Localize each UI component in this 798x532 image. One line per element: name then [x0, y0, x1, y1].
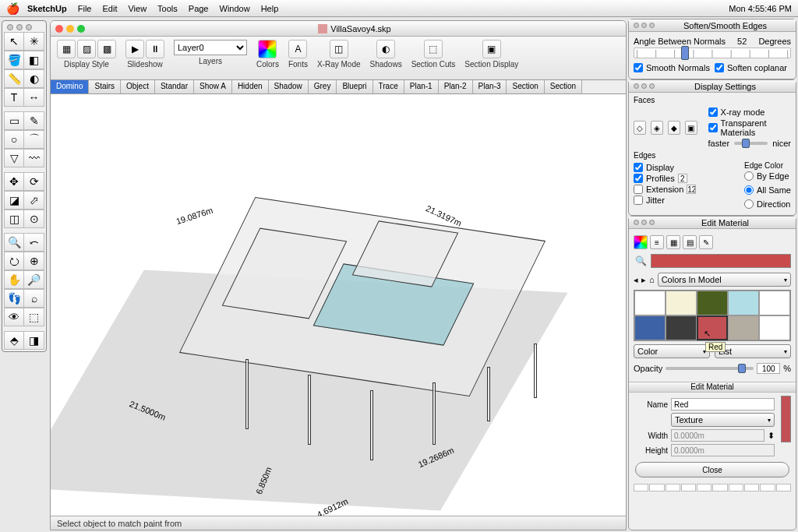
menu-edit[interactable]: Edit — [102, 4, 117, 13]
rotate-tool[interactable]: ⟳ — [24, 172, 44, 191]
color-palette-icon[interactable]: ▦ — [666, 235, 680, 249]
scene-tab-standar[interactable]: Standar — [155, 80, 194, 93]
scene-tab-hidden[interactable]: Hidden — [232, 80, 269, 93]
scene-tab-grey[interactable]: Grey — [309, 80, 337, 93]
color-swatch[interactable]: Red↖ — [697, 315, 728, 340]
scene-tab-shadow[interactable]: Shadow — [269, 80, 309, 93]
by-edge-radio[interactable] — [744, 171, 754, 181]
face-style-1-icon[interactable]: ◇ — [634, 121, 646, 135]
color-swatch[interactable] — [634, 315, 666, 340]
xray-checkbox[interactable] — [708, 107, 718, 117]
scene-tab-domino[interactable]: Domino — [51, 80, 89, 93]
paint-tool[interactable]: 🪣 — [4, 51, 24, 69]
menu-file[interactable]: File — [78, 4, 92, 13]
link-icon[interactable]: ⬍ — [768, 431, 775, 441]
scene-tab-show a[interactable]: Show A — [194, 80, 232, 93]
color-swatch[interactable] — [759, 315, 790, 340]
profiles-checkbox[interactable] — [634, 174, 643, 183]
mode-list-select[interactable]: List▾ — [715, 344, 791, 358]
window-close-icon[interactable] — [55, 25, 63, 33]
display-checkbox[interactable] — [634, 163, 643, 172]
nav-back-icon[interactable]: ◂ — [634, 275, 638, 285]
scene-tab-plan-1[interactable]: Plan-1 — [404, 80, 439, 93]
orbit-tool[interactable]: ⭮ — [4, 252, 24, 270]
style-wire-icon[interactable]: ▦ — [57, 40, 76, 58]
menu-page[interactable]: Page — [189, 4, 209, 13]
section-display-icon[interactable]: ▣ — [482, 40, 501, 58]
color-sliders-icon[interactable]: ≡ — [650, 235, 664, 249]
scene-tab-plan-2[interactable]: Plan-2 — [439, 80, 473, 93]
model-viewport[interactable]: 19.0876m 21.3197m 21.5000m 19.2686m 6.85… — [51, 94, 626, 516]
play-icon[interactable]: ▶ — [125, 40, 144, 58]
position-tool[interactable]: ⊕ — [24, 252, 44, 270]
transparent-checkbox[interactable] — [708, 123, 718, 132]
style-textured-icon[interactable]: ▩ — [97, 40, 116, 58]
eraser-tool[interactable]: ◧ — [24, 51, 44, 69]
color-swatch[interactable] — [728, 291, 759, 315]
fonts-icon[interactable]: A — [288, 40, 307, 58]
opacity-input[interactable] — [757, 363, 780, 374]
section-cuts-icon[interactable]: ⬚ — [424, 40, 443, 58]
scene-tab-bluepri[interactable]: Bluepri — [337, 80, 373, 93]
color-wheel-icon[interactable] — [634, 235, 648, 249]
text-tool[interactable]: T — [4, 88, 24, 107]
direction-radio[interactable] — [744, 199, 754, 209]
scale-tool[interactable]: ◫ — [4, 210, 24, 228]
protractor-tool[interactable]: ◐ — [24, 69, 44, 88]
apple-icon[interactable]: 🍎 — [6, 2, 19, 15]
pause-icon[interactable]: ⏸ — [146, 40, 164, 58]
section-tool[interactable]: ⬚ — [24, 308, 44, 326]
pan-tool[interactable]: ✋ — [4, 270, 24, 289]
followme-tool[interactable]: ⬀ — [24, 191, 44, 210]
scene-tab-object[interactable]: Object — [121, 80, 155, 93]
select-tool[interactable]: ↖ — [4, 32, 24, 51]
menu-view[interactable]: View — [128, 4, 147, 13]
search-icon[interactable]: 🔍 — [634, 254, 648, 268]
pushpull-tool[interactable]: ◪ — [4, 191, 24, 210]
walk-tool[interactable]: 👣 — [4, 289, 24, 308]
app-name[interactable]: SketchUp — [27, 4, 67, 13]
xray-icon[interactable]: ◫ — [330, 40, 348, 58]
circle-tool[interactable]: ○ — [4, 130, 24, 149]
nav-fwd-icon[interactable]: ▸ — [641, 275, 646, 285]
color-swatch[interactable] — [728, 315, 759, 340]
zoom-tool[interactable]: 🔎 — [24, 270, 44, 289]
color-swatch[interactable] — [666, 291, 697, 315]
style-shaded-icon[interactable]: ▨ — [77, 40, 96, 58]
outliner-tool[interactable]: ◨ — [24, 331, 44, 350]
color-swatch[interactable] — [697, 291, 728, 315]
polygon-tool[interactable]: ▽ — [4, 149, 24, 167]
scene-tab-trace[interactable]: Trace — [373, 80, 404, 93]
extension-input[interactable] — [687, 185, 696, 194]
mode-color-select[interactable]: Color▾ — [634, 344, 710, 358]
texture-brick-icon[interactable]: ▤ — [683, 235, 697, 249]
layer-select[interactable]: Layer0 — [174, 40, 247, 55]
face-style-2-icon[interactable]: ◈ — [651, 121, 663, 135]
rectangle-tool[interactable]: ▭ — [4, 111, 24, 130]
profiles-input[interactable] — [678, 174, 687, 183]
arc-tool[interactable]: ⌒ — [24, 130, 44, 149]
dimension-tool[interactable]: ↔ — [24, 88, 44, 107]
menu-tools[interactable]: Tools — [157, 4, 178, 13]
axes-tool[interactable]: ✳ — [24, 32, 44, 51]
scene-tab-stairs[interactable]: Stairs — [89, 80, 121, 93]
menu-window[interactable]: Window — [220, 4, 250, 13]
scene-tab-plan-3[interactable]: Plan-3 — [473, 80, 507, 93]
window-minimize-icon[interactable] — [66, 25, 74, 33]
previous-tool[interactable]: ⤺ — [24, 233, 44, 252]
shadows-icon[interactable]: ◐ — [376, 40, 395, 58]
zoom-window-tool[interactable]: ⌕ — [24, 289, 44, 308]
extension-checkbox[interactable] — [634, 185, 643, 194]
jitter-checkbox[interactable] — [634, 196, 643, 205]
material-name-input[interactable] — [671, 398, 775, 410]
scene-tab-section[interactable]: Section — [545, 80, 582, 93]
eyedropper-icon[interactable]: ✎ — [699, 235, 713, 249]
all-same-radio[interactable] — [744, 185, 754, 195]
angle-slider[interactable]: ||||||||| — [634, 48, 791, 58]
face-style-4-icon[interactable]: ▣ — [685, 121, 697, 135]
smooth-normals-checkbox[interactable] — [634, 63, 643, 72]
window-zoom-icon[interactable] — [77, 25, 85, 33]
move-tool[interactable]: ✥ — [4, 172, 24, 191]
scene-tab-section[interactable]: Section — [507, 80, 544, 93]
color-swatch[interactable] — [634, 291, 666, 315]
